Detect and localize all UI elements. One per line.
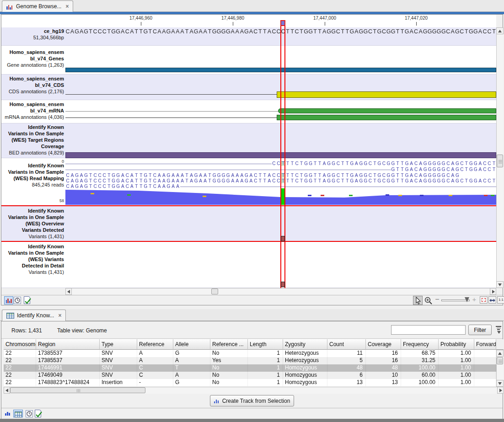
table-cell: 1 xyxy=(248,372,283,379)
base-letter: C xyxy=(487,178,492,183)
base-letter: G xyxy=(441,178,446,183)
base-letter: A xyxy=(70,28,75,35)
base-letter: C xyxy=(102,173,107,178)
column-header-reference[interactable]: Reference xyxy=(137,339,173,350)
base-letter: A xyxy=(157,178,161,183)
mrna-annotation-bar[interactable] xyxy=(277,115,496,120)
column-header-zygosity[interactable]: Zygosity xyxy=(283,339,327,350)
scroll-right-button[interactable] xyxy=(497,387,504,394)
selection-position-marker[interactable] xyxy=(280,20,285,26)
base-letter: T xyxy=(400,28,405,35)
base-letter: C xyxy=(368,161,372,166)
mrna-annotation-bar[interactable] xyxy=(278,108,496,113)
table-cell: 68.75 xyxy=(401,350,439,357)
table-cell: 1.00 xyxy=(439,379,474,386)
scroll-down-button[interactable] xyxy=(496,380,504,387)
base-letter: G xyxy=(331,173,336,178)
base-letter: G xyxy=(428,173,432,178)
column-header-length[interactable]: Length xyxy=(248,339,283,350)
table-cell xyxy=(474,364,496,372)
variant-marker[interactable] xyxy=(281,282,285,287)
column-header-allele[interactable]: Allele xyxy=(173,339,210,350)
base-letter: A xyxy=(249,178,253,183)
base-letter: T xyxy=(148,173,152,178)
base-letter: T xyxy=(258,28,263,35)
column-header-forward-[interactable]: Forward ... xyxy=(474,339,496,350)
base-letter: G xyxy=(391,28,396,35)
table-cell: SNV xyxy=(100,372,137,379)
base-letter: C xyxy=(414,178,418,183)
scroll-left-button[interactable] xyxy=(4,387,10,394)
scrollbar-thumb[interactable] xyxy=(10,387,145,393)
base-letter: A xyxy=(189,173,194,178)
base-letter: G xyxy=(437,161,441,166)
table-view-icon[interactable] xyxy=(13,410,23,417)
base-letter: G xyxy=(304,178,308,183)
column-header-count[interactable]: Count xyxy=(327,339,366,350)
base-letter: A xyxy=(354,178,359,183)
base-letter: T xyxy=(345,178,349,183)
base-letter: A xyxy=(418,28,423,35)
base-letter: T xyxy=(372,161,377,166)
base-letter: G xyxy=(244,173,249,178)
base-letter: G xyxy=(405,173,409,178)
base-letter: G xyxy=(377,161,381,166)
cds-annotation-bar[interactable] xyxy=(277,91,496,98)
create-track-button[interactable]: Create Track from Selection xyxy=(210,395,294,406)
scrollbar-thumb[interactable] xyxy=(497,357,503,364)
base-letter: T xyxy=(400,173,405,178)
base-letter: T xyxy=(258,173,263,178)
base-letter: A xyxy=(203,173,208,178)
selection-line-left xyxy=(280,26,281,288)
base-letter: G xyxy=(212,173,217,178)
history-icon[interactable] xyxy=(26,410,33,417)
base-letter: G xyxy=(469,167,473,172)
column-header-reference-[interactable]: Reference ... xyxy=(210,339,248,350)
base-letter: T xyxy=(492,178,496,183)
column-header-coverage[interactable]: Coverage xyxy=(366,339,401,350)
scroll-up-button[interactable] xyxy=(496,350,504,357)
base-letter: G xyxy=(432,173,437,178)
base-letter: C xyxy=(295,161,299,166)
base-letter: T xyxy=(263,178,267,183)
variant-marker[interactable] xyxy=(281,236,285,241)
base-letter: G xyxy=(221,28,226,35)
base-letter: C xyxy=(414,161,418,166)
base-letter: C xyxy=(483,167,487,172)
column-header-frequency[interactable]: Frequency xyxy=(401,339,439,350)
thumb-grip xyxy=(80,389,80,392)
base-letter: T xyxy=(285,173,290,178)
validate-icon[interactable] xyxy=(35,410,41,417)
base-letter: A xyxy=(231,28,235,35)
base-letter: A xyxy=(450,178,455,183)
table-cell xyxy=(474,379,496,386)
base-letter: G xyxy=(428,161,432,166)
table-cell: 6 xyxy=(327,372,366,379)
table-cell: 48 xyxy=(366,364,401,372)
table-cell: SNV xyxy=(100,350,137,357)
column-header-probability[interactable]: Probability xyxy=(439,339,474,350)
base-letter: A xyxy=(79,28,84,35)
base-letter: G xyxy=(331,161,336,166)
base-letter: C xyxy=(446,161,450,166)
base-letter: C xyxy=(295,178,299,183)
base-letter: G xyxy=(437,167,441,172)
base-letter: T xyxy=(290,178,295,183)
base-letter: A xyxy=(354,28,359,35)
base-letter: G xyxy=(469,178,473,183)
base-letter: C xyxy=(336,178,340,183)
base-letter: C xyxy=(487,28,492,35)
thumb-grip xyxy=(499,361,502,362)
column-header-region[interactable]: Region xyxy=(36,339,100,350)
base-letter: A xyxy=(249,173,253,178)
base-letter: A xyxy=(478,161,483,166)
base-letter: T xyxy=(285,178,290,183)
base-letter: C xyxy=(460,178,464,183)
chart-view-icon[interactable] xyxy=(5,411,11,417)
base-letter: T xyxy=(139,28,143,35)
base-letter: G xyxy=(217,28,221,35)
base-letter: C xyxy=(483,28,487,35)
column-header-chromosome[interactable]: Chromosome xyxy=(4,339,36,350)
base-letter: A xyxy=(418,167,423,172)
column-header-type[interactable]: Type xyxy=(100,339,137,350)
